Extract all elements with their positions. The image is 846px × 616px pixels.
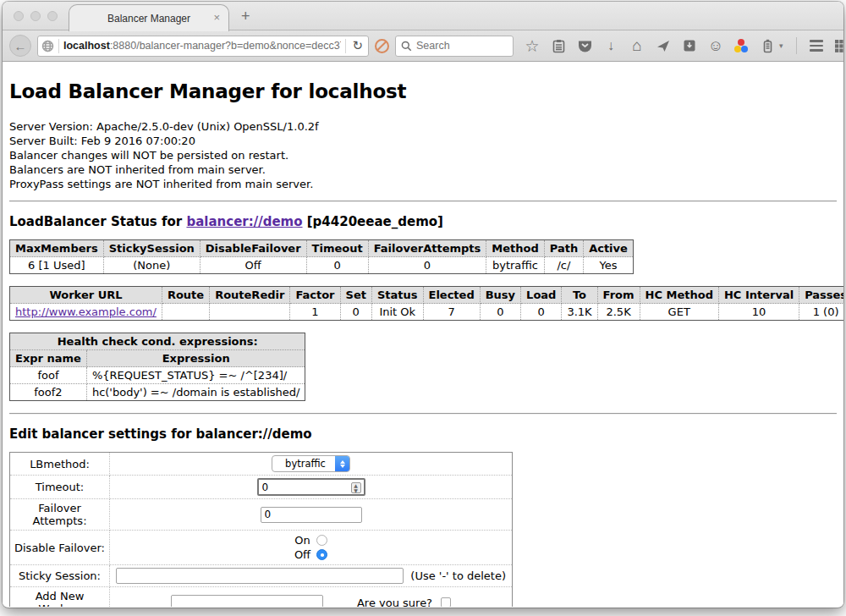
pocket-icon[interactable] <box>577 38 592 53</box>
col-load: Load <box>521 287 562 304</box>
persist-notice-line: Balancer changes will NOT be persisted o… <box>9 148 837 162</box>
cell-passes: 1 (0) <box>799 304 843 321</box>
tab-balancer-manager[interactable]: Balancer Manager × <box>69 4 229 31</box>
table-row: http://www.example.com/ 1 0 Init Ok 7 0 … <box>10 304 844 321</box>
url-path: :8880/balancer-manager?b=demo&nonce=decc… <box>110 40 342 52</box>
col-from: From <box>597 287 640 304</box>
select-stepper-icon <box>335 456 349 471</box>
add-worker-input[interactable] <box>171 595 323 608</box>
minimize-window-button[interactable] <box>30 11 41 21</box>
cell-hc-method: GET <box>640 304 718 321</box>
sticky-session-hint: (Use '-' to delete) <box>410 569 506 582</box>
disable-failover-off-radio[interactable] <box>316 549 327 560</box>
failover-attempts-label: Failover Attempts: <box>10 499 110 531</box>
loadbalancer-status-heading: LoadBalancer Status for balancer://demo … <box>9 214 837 229</box>
page-content: Load Balancer Manager for localhost Serv… <box>3 62 843 607</box>
new-tab-button[interactable]: + <box>241 8 250 24</box>
cell-timeout: 0 <box>306 257 368 274</box>
col-factor: Factor <box>290 287 340 304</box>
search-bar[interactable] <box>395 36 514 57</box>
col-busy: Busy <box>480 287 520 304</box>
search-input[interactable] <box>416 40 508 52</box>
cell-maxmembers: 6 [1 Used] <box>10 257 104 274</box>
status-heading-suffix: [p4420eeae_demo] <box>303 214 443 229</box>
form-row-sticky-session: Sticky Session: (Use '-' to delete) <box>10 565 513 587</box>
battery-panel-icon[interactable] <box>760 38 775 53</box>
disable-failover-on-radio[interactable] <box>316 535 327 546</box>
navigation-toolbar: ← localhost:8880/balancer-manager?b=demo… <box>3 30 843 62</box>
server-version-line: Server Version: Apache/2.5.0-dev (Unix) … <box>9 119 837 134</box>
lbmethod-label: LBmethod: <box>10 453 110 476</box>
close-window-button[interactable] <box>14 11 24 21</box>
cell-method: bytraffic <box>486 257 544 274</box>
cell-worker-url: http://www.example.com/ <box>10 304 162 321</box>
table-row: foof %{REQUEST_STATUS} =~ /^[234]/ <box>10 367 305 384</box>
col-to: To <box>562 287 597 304</box>
col-expression: Expression <box>86 350 305 367</box>
window-controls <box>14 11 58 21</box>
col-routeredir: RouteRedir <box>210 287 290 304</box>
bookmarks-clipboard-icon[interactable] <box>551 38 566 53</box>
status-heading-prefix: LoadBalancer Status for <box>9 214 186 229</box>
page-title: Load Balancer Manager for localhost <box>9 80 837 102</box>
downloads-icon[interactable]: ↓ <box>603 38 618 53</box>
home-icon[interactable]: ⌂ <box>629 38 645 53</box>
tab-close-icon[interactable]: × <box>213 12 220 23</box>
reload-icon[interactable]: ↻ <box>350 38 365 53</box>
zoom-window-button[interactable] <box>47 11 58 21</box>
col-method: Method <box>486 240 544 257</box>
col-route: Route <box>162 287 209 304</box>
cell-elected: 7 <box>423 304 480 321</box>
back-button[interactable]: ← <box>9 35 31 57</box>
table-header-row: Worker URL Route RouteRedir Factor Set S… <box>10 287 844 304</box>
titlebar: Balancer Manager × + <box>3 2 843 30</box>
bookmark-star-icon[interactable]: ☆ <box>525 38 540 53</box>
number-stepper-icon[interactable]: ▲▼ <box>351 482 361 493</box>
form-row-add-worker: Add New Worker: Are you sure? <box>10 587 513 608</box>
col-stickysession: StickySession <box>103 240 200 257</box>
divider <box>9 201 837 202</box>
cell-hc-interval: 10 <box>718 304 799 321</box>
edit-balancer-heading: Edit balancer settings for balancer://de… <box>9 426 837 442</box>
col-timeout: Timeout <box>306 240 368 257</box>
disable-failover-label: Disable Failover: <box>10 531 110 565</box>
cell-expression: %{REQUEST_STATUS} =~ /^[234]/ <box>86 367 305 384</box>
worker-status-table: Worker URL Route RouteRedir Factor Set S… <box>9 286 843 321</box>
color-dots-icon[interactable] <box>734 39 749 53</box>
chevron-down-icon[interactable]: ▾ <box>779 41 783 50</box>
cell-expression: hc('body') =~ /domain is established/ <box>86 384 305 401</box>
forum-smiley-icon[interactable]: ☺ <box>708 38 723 53</box>
apps-grid-icon[interactable] <box>834 38 843 53</box>
failover-attempts-input[interactable] <box>261 507 362 523</box>
proxypass-notice-line: ProxyPass settings are NOT inherited fro… <box>9 177 837 191</box>
save-page-icon[interactable] <box>682 38 697 53</box>
cell-status: Init Ok <box>371 304 423 321</box>
form-row-lbmethod: LBmethod: bytraffic <box>10 453 513 476</box>
sticky-session-input[interactable] <box>116 568 404 584</box>
server-built-line: Server Built: Feb 9 2016 07:00:20 <box>9 134 837 148</box>
inherit-notice-line: Balancers are NOT inherited from main se… <box>9 162 837 177</box>
table-row: 6 [1 Used] (None) Off 0 0 bytraffic /c/ … <box>10 257 634 274</box>
col-hc-interval: HC Interval <box>718 287 799 304</box>
health-check-title: Health check cond. expressions: <box>10 333 305 350</box>
url-text[interactable]: localhost:8880/balancer-manager?b=demo&n… <box>63 40 341 52</box>
cell-factor: 1 <box>290 304 340 321</box>
col-worker-url: Worker URL <box>10 287 162 304</box>
balancer-demo-link[interactable]: balancer://demo <box>186 214 302 229</box>
send-tab-icon[interactable] <box>656 38 671 53</box>
cell-load: 0 <box>521 304 562 321</box>
cell-expr-name: foof2 <box>10 384 87 401</box>
url-bar[interactable]: localhost:8880/balancer-manager?b=demo&n… <box>37 36 369 57</box>
confirm-checkbox[interactable] <box>441 597 451 607</box>
lbmethod-select[interactable]: bytraffic <box>272 455 350 472</box>
timeout-input[interactable] <box>257 478 365 496</box>
add-worker-label: Add New Worker: <box>10 587 110 608</box>
menu-icon[interactable] <box>810 40 823 52</box>
table-header-row: Expr name Expression <box>10 350 305 367</box>
form-row-failover-attempts: Failover Attempts: <box>10 499 513 531</box>
form-row-disable-failover: Disable Failover: On Off <box>10 531 513 565</box>
cell-expr-name: foof <box>10 367 87 384</box>
worker-url-link[interactable]: http://www.example.com/ <box>15 305 157 318</box>
content-blocked-icon[interactable] <box>375 39 389 53</box>
url-host: localhost <box>63 40 110 52</box>
